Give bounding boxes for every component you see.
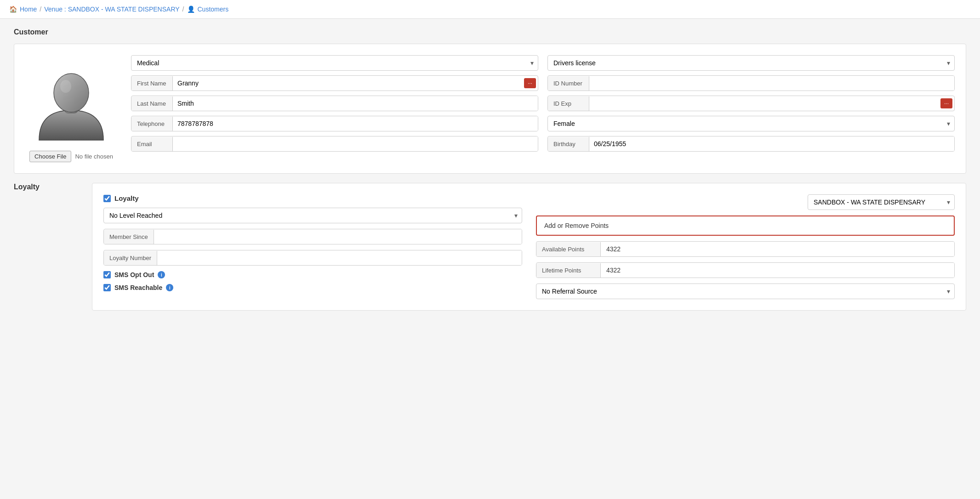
birthday-input[interactable] — [589, 136, 954, 151]
loyalty-header: Loyalty — [103, 194, 522, 202]
svg-point-2 — [60, 80, 71, 93]
loyalty-number-input[interactable] — [157, 250, 522, 265]
referral-dropdown[interactable]: No Referral Source — [536, 284, 955, 299]
id-number-input[interactable] — [589, 76, 954, 91]
breadcrumb-customers[interactable]: Customers — [198, 6, 229, 13]
breadcrumb-sep2: / — [182, 6, 184, 13]
level-dropdown[interactable]: No Level Reached Bronze Silver Gold — [103, 208, 522, 223]
type-dropdown-wrapper: Medical Recreational ▾ — [131, 55, 538, 71]
lifetime-points-value: 4322 — [601, 263, 954, 278]
first-name-badge[interactable]: ··· — [524, 78, 536, 88]
gender-dropdown-wrapper: Female Male Other ▾ — [547, 116, 955, 131]
email-field: Email — [131, 136, 538, 152]
customer-card: Choose File No file chosen Medical Recre… — [14, 44, 966, 174]
level-dropdown-wrapper: No Level Reached Bronze Silver Gold ▾ — [103, 208, 522, 223]
id-type-dropdown[interactable]: Drivers license State ID Passport — [547, 55, 955, 71]
loyalty-form-area: Loyalty No Level Reached Bronze Silver G… — [103, 194, 955, 299]
first-name-label: First Name — [131, 76, 173, 91]
gender-dropdown[interactable]: Female Male Other — [547, 116, 955, 131]
sms-opt-out-checkbox[interactable] — [103, 271, 111, 278]
customer-section-title: Customer — [14, 28, 966, 36]
venue-select-area: SANDBOX - WA STATE DISPENSARY ▾ — [536, 194, 955, 210]
customer-form-area: Choose File No file chosen Medical Recre… — [25, 55, 955, 162]
sms-opt-out-row: SMS Opt Out i — [103, 271, 522, 278]
last-name-label: Last Name — [131, 96, 173, 111]
loyalty-card: Loyalty No Level Reached Bronze Silver G… — [92, 183, 966, 311]
avatar — [30, 55, 113, 147]
id-exp-input[interactable] — [589, 96, 940, 111]
breadcrumb-venue[interactable]: Venue : SANDBOX - WA STATE DISPENSARY — [44, 6, 179, 13]
birthday-field: Birthday — [547, 136, 955, 152]
member-since-label: Member Since — [104, 230, 154, 244]
sms-reachable-checkbox[interactable] — [103, 284, 111, 291]
main-content: Customer — [0, 19, 980, 329]
venue-dropdown[interactable]: SANDBOX - WA STATE DISPENSARY — [808, 194, 955, 210]
id-number-label: ID Number — [548, 76, 589, 91]
id-exp-field: ID Exp ··· — [547, 96, 955, 111]
add-remove-points-button[interactable]: Add or Remove Points — [536, 215, 955, 236]
avatar-area: Choose File No file chosen — [25, 55, 117, 162]
referral-dropdown-wrapper: No Referral Source ▾ — [536, 284, 955, 299]
loyalty-section-title: Loyalty — [14, 183, 78, 191]
first-name-input[interactable] — [173, 76, 524, 91]
sms-opt-out-label: SMS Opt Out — [114, 271, 154, 278]
loyalty-left: Loyalty No Level Reached Bronze Silver G… — [103, 194, 522, 299]
venue-select-wrapper: SANDBOX - WA STATE DISPENSARY ▾ — [808, 194, 955, 210]
sms-reachable-info-icon[interactable]: i — [166, 284, 173, 291]
lifetime-points-field: Lifetime Points 4322 — [536, 262, 955, 278]
available-points-label: Available Points — [536, 242, 601, 256]
sms-opt-out-info-icon[interactable]: i — [158, 271, 165, 278]
id-number-field: ID Number — [547, 75, 955, 91]
telephone-input[interactable] — [173, 116, 538, 131]
svg-point-1 — [54, 74, 89, 112]
id-exp-badge[interactable]: ··· — [940, 98, 952, 108]
form-col-right: Drivers license State ID Passport ▾ ID N… — [547, 55, 955, 152]
member-since-input[interactable] — [154, 229, 522, 244]
customers-icon: 👤 — [187, 6, 195, 13]
loyalty-right: SANDBOX - WA STATE DISPENSARY ▾ Add or R… — [536, 194, 955, 299]
available-points-field: Available Points 4322 — [536, 241, 955, 257]
home-icon: 🏠 — [9, 6, 17, 13]
available-points-value: 4322 — [601, 242, 954, 256]
sms-reachable-label: SMS Reachable — [114, 284, 162, 291]
breadcrumb-home[interactable]: Home — [20, 6, 37, 13]
form-col-left: Medical Recreational ▾ First Name ··· La… — [131, 55, 538, 152]
file-input-area: Choose File No file chosen — [29, 151, 113, 162]
breadcrumb: 🏠 Home / Venue : SANDBOX - WA STATE DISP… — [0, 0, 980, 19]
choose-file-button[interactable]: Choose File — [29, 151, 71, 162]
loyalty-number-field: Loyalty Number — [103, 250, 522, 266]
first-name-field: First Name ··· — [131, 75, 538, 91]
no-file-text: No file chosen — [75, 153, 113, 160]
birthday-label: Birthday — [548, 137, 589, 151]
telephone-label: Telephone — [131, 117, 173, 131]
id-type-dropdown-wrapper: Drivers license State ID Passport ▾ — [547, 55, 955, 71]
loyalty-number-label: Loyalty Number — [104, 251, 157, 265]
telephone-field: Telephone — [131, 116, 538, 131]
last-name-input[interactable] — [173, 96, 538, 111]
loyalty-checkbox[interactable] — [103, 195, 111, 202]
type-dropdown[interactable]: Medical Recreational — [131, 55, 538, 71]
email-input[interactable] — [173, 136, 538, 151]
sms-reachable-row: SMS Reachable i — [103, 284, 522, 291]
last-name-field: Last Name — [131, 96, 538, 111]
breadcrumb-sep1: / — [40, 6, 41, 13]
id-exp-label: ID Exp — [548, 96, 589, 111]
lifetime-points-label: Lifetime Points — [536, 263, 601, 278]
member-since-field: Member Since — [103, 229, 522, 244]
customer-form-columns: Medical Recreational ▾ First Name ··· La… — [131, 55, 955, 152]
loyalty-checkbox-label: Loyalty — [114, 194, 139, 202]
email-label: Email — [131, 137, 173, 151]
loyalty-outer: Loyalty Loyalty No Level Reached Bronze — [14, 183, 966, 320]
